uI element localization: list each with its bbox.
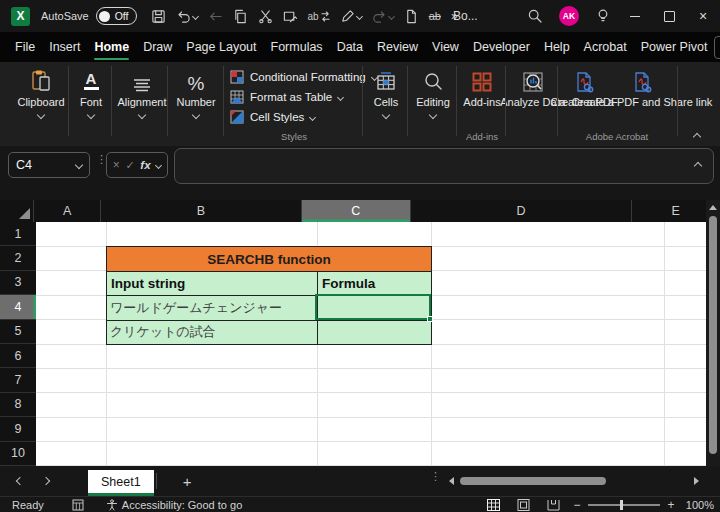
normal-view-button[interactable] bbox=[478, 499, 508, 511]
row-header-5[interactable]: 5 bbox=[0, 320, 36, 344]
autosave-toggle[interactable]: Off bbox=[96, 7, 137, 25]
row-header-7[interactable]: 7 bbox=[0, 368, 36, 392]
scroll-up-icon[interactable] bbox=[709, 205, 717, 210]
sheet-tab-sheet1[interactable]: Sheet1 bbox=[88, 470, 154, 496]
save-button[interactable] bbox=[151, 9, 166, 24]
number-group-button[interactable]: % Number bbox=[172, 67, 220, 118]
cut-icon bbox=[258, 9, 273, 24]
cut-button[interactable] bbox=[258, 9, 273, 24]
tab-draw[interactable]: Draw bbox=[136, 32, 179, 62]
copy-button[interactable] bbox=[233, 9, 248, 24]
tab-file[interactable]: File bbox=[8, 32, 42, 62]
name-box[interactable]: C4 bbox=[8, 152, 90, 178]
collapse-ribbon-button[interactable] bbox=[694, 126, 700, 144]
expand-formula-bar-icon[interactable] bbox=[694, 162, 702, 170]
cell-b2-table-title[interactable]: SEARCHB function bbox=[107, 247, 432, 271]
zoom-out-button[interactable]: − bbox=[568, 498, 586, 512]
conditional-formatting-button[interactable]: Conditional Formatting bbox=[230, 70, 377, 84]
tips-button[interactable] bbox=[588, 1, 618, 31]
zoom-slider[interactable] bbox=[588, 504, 660, 506]
scroll-right-icon[interactable] bbox=[694, 477, 699, 485]
cells-label: Cells bbox=[374, 96, 398, 109]
row-header-1[interactable]: 1 bbox=[0, 222, 36, 246]
tab-help[interactable]: Help bbox=[537, 32, 577, 62]
zoom-in-button[interactable]: + bbox=[662, 498, 680, 512]
page-layout-view-button[interactable] bbox=[508, 499, 538, 511]
macro-record-button[interactable] bbox=[72, 499, 84, 511]
sheet-bar-grip[interactable]: ⋮ bbox=[430, 474, 441, 479]
editing-group-button[interactable]: Editing bbox=[410, 67, 456, 118]
tab-view[interactable]: View bbox=[425, 32, 466, 62]
fill-handle[interactable] bbox=[427, 316, 433, 322]
zoom-slider-thumb[interactable] bbox=[620, 500, 623, 510]
tab-formulas[interactable]: Formulas bbox=[264, 32, 330, 62]
tab-developer[interactable]: Developer bbox=[466, 32, 537, 62]
tab-data[interactable]: Data bbox=[330, 32, 370, 62]
strikethrough-button[interactable]: ab bbox=[429, 10, 441, 22]
scroll-left-icon[interactable] bbox=[449, 477, 454, 485]
find-replace-button[interactable]: ab bbox=[308, 10, 330, 23]
format-as-table-button[interactable]: Format as Table bbox=[230, 90, 377, 104]
vertical-scrollbar[interactable] bbox=[706, 200, 720, 476]
comments-button[interactable] bbox=[714, 36, 720, 59]
page-break-preview-button[interactable] bbox=[538, 499, 568, 511]
conditional-formatting-label: Conditional Formatting bbox=[250, 71, 366, 83]
maximize-button[interactable] bbox=[652, 1, 686, 31]
undo-button[interactable] bbox=[176, 9, 198, 24]
cell-b3-header[interactable]: Input string bbox=[107, 272, 318, 296]
column-header-b[interactable]: B bbox=[101, 200, 302, 222]
alignment-group-button[interactable]: Alignment bbox=[114, 67, 170, 118]
worksheet-grid[interactable]: SEARCHB function Input string Formula ワー… bbox=[36, 222, 706, 466]
cell-styles-label: Cell Styles bbox=[250, 111, 304, 123]
column-header-a[interactable]: A bbox=[34, 200, 101, 222]
create-pdf-share-button[interactable]: Create a PDF and Share link bbox=[610, 67, 674, 109]
new-sheet-button[interactable]: + bbox=[183, 474, 192, 489]
redo-icon bbox=[372, 9, 387, 24]
close-button[interactable]: × bbox=[686, 1, 720, 31]
create-pdf-icon bbox=[573, 67, 595, 93]
clipboard-icon bbox=[30, 67, 52, 93]
row-header-3[interactable]: 3 bbox=[0, 271, 36, 295]
cell-c5[interactable] bbox=[318, 321, 432, 345]
formula-input[interactable] bbox=[174, 148, 714, 184]
ink-button[interactable] bbox=[340, 9, 362, 24]
next-sheet-button[interactable] bbox=[38, 478, 54, 484]
tab-home[interactable]: Home bbox=[87, 32, 136, 62]
row-header-10[interactable]: 10 bbox=[0, 442, 36, 466]
clipboard-group-button[interactable]: Clipboard bbox=[14, 67, 68, 118]
enter-entry-button[interactable]: ✓ bbox=[125, 159, 134, 172]
tab-insert[interactable]: Insert bbox=[42, 32, 87, 62]
tab-acrobat[interactable]: Acrobat bbox=[577, 32, 634, 62]
tab-power-pivot[interactable]: Power Pivot bbox=[634, 32, 715, 62]
font-group-button[interactable]: A Font bbox=[72, 67, 110, 118]
tab-page-layout[interactable]: Page Layout bbox=[179, 32, 263, 62]
new-file-button[interactable] bbox=[404, 9, 419, 24]
select-all-button[interactable] bbox=[0, 200, 34, 222]
row-header-4[interactable]: 4 bbox=[0, 295, 36, 319]
row-header-9[interactable]: 9 bbox=[0, 417, 36, 441]
insert-function-button[interactable]: fx bbox=[140, 159, 150, 171]
cells-group-button[interactable]: Cells bbox=[366, 67, 406, 118]
zoom-level[interactable]: 100% bbox=[680, 499, 714, 511]
row-header-8[interactable]: 8 bbox=[0, 393, 36, 417]
column-header-c[interactable]: C bbox=[302, 200, 411, 222]
vertical-scroll-thumb[interactable] bbox=[709, 216, 717, 454]
cell-b5[interactable]: クリケットの試合 bbox=[107, 321, 318, 345]
add-ins-button-label: Add-ins bbox=[463, 96, 500, 109]
cell-styles-button[interactable]: Cell Styles bbox=[230, 110, 377, 124]
cell-b4[interactable]: ワールドゲームチェンジャー bbox=[107, 296, 318, 320]
horizontal-scroll-thumb[interactable] bbox=[460, 477, 606, 485]
row-header-6[interactable]: 6 bbox=[0, 344, 36, 368]
search-button[interactable] bbox=[520, 1, 550, 31]
column-header-d[interactable]: D bbox=[411, 200, 633, 222]
cancel-entry-button[interactable]: × bbox=[113, 158, 120, 172]
row-header-2[interactable]: 2 bbox=[0, 246, 36, 270]
paste-button[interactable] bbox=[283, 9, 298, 24]
minimize-button[interactable] bbox=[618, 1, 652, 31]
accessibility-status[interactable]: Accessibility: Good to go bbox=[106, 499, 242, 511]
add-ins-button[interactable]: Add-ins bbox=[460, 67, 504, 109]
tab-review[interactable]: Review bbox=[370, 32, 425, 62]
prev-sheet-button[interactable] bbox=[12, 478, 28, 484]
account-button[interactable]: AK bbox=[550, 1, 588, 31]
cell-c3-header[interactable]: Formula bbox=[318, 272, 432, 296]
